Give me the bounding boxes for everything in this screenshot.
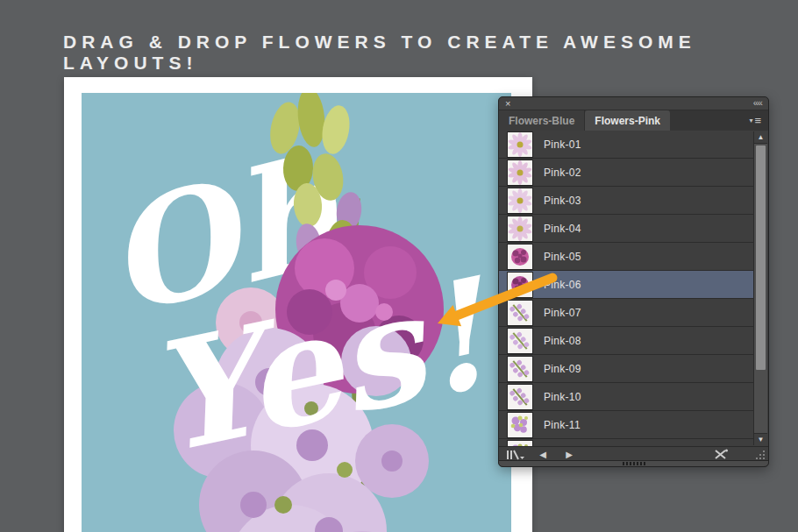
flower-thumbnail	[508, 329, 532, 353]
flowers-panel: × «« Flowers-Blue Flowers-Pink ▾ ≡ Pink-…	[498, 96, 769, 467]
scrollbar[interactable]: ▲ ▼	[753, 131, 767, 445]
list-item[interactable]: Pink-08	[499, 327, 753, 355]
list-item[interactable]: Pink-04	[499, 215, 753, 243]
flower-thumbnail	[508, 301, 532, 325]
poster-artboard: Oh	[82, 93, 511, 532]
list-item[interactable]: Pink-10	[499, 383, 753, 411]
flower-thumbnail	[508, 132, 532, 157]
collapse-panel-icon[interactable]: ««	[753, 97, 762, 109]
list-item[interactable]: Pink-03	[499, 187, 753, 215]
tab-flowers-blue[interactable]: Flowers-Blue	[499, 110, 585, 131]
scrollbar-thumb[interactable]	[756, 145, 766, 370]
list-item[interactable]: Pink-07	[499, 299, 753, 327]
display-options-icon[interactable]	[504, 448, 527, 461]
list-item-label: Pink-02	[544, 167, 581, 179]
delete-icon[interactable]	[712, 448, 730, 461]
panel-menu-icon[interactable]: ▾ ≡	[742, 110, 768, 131]
panel-titlebar[interactable]: × ««	[499, 97, 768, 110]
poster-mockup: Oh	[64, 77, 532, 532]
list-item[interactable]: Pink-01	[499, 131, 753, 159]
list-item[interactable]: Pink-06	[499, 271, 753, 299]
list-item-label: Pink-11	[544, 419, 581, 431]
list-item[interactable]: Pink-02	[499, 159, 753, 187]
flower-thumbnail	[508, 245, 532, 269]
resize-grip-icon[interactable]	[754, 449, 766, 461]
menu-triangle-icon: ▾	[749, 117, 752, 124]
flower-thumbnail	[508, 273, 532, 297]
scroll-up-button[interactable]: ▲	[754, 131, 767, 144]
screenshot-stage: DRAG & DROP FLOWERS TO CREATE AWESOME LA…	[0, 0, 798, 532]
flower-list-rows: Pink-01Pink-02Pink-03Pink-04Pink-05Pink-…	[499, 131, 753, 446]
list-item[interactable]: Pink-09	[499, 355, 753, 383]
list-item[interactable]: Pink-12	[499, 439, 753, 446]
headline: DRAG & DROP FLOWERS TO CREATE AWESOME LA…	[63, 32, 765, 74]
list-item-label: Pink-06	[544, 279, 581, 291]
panel-tabbar: Flowers-Blue Flowers-Pink ▾ ≡	[499, 110, 768, 131]
menu-lines-icon: ≡	[754, 114, 761, 127]
flower-thumbnail	[508, 385, 532, 409]
flower-thumbnail	[508, 188, 532, 213]
flower-list: Pink-01Pink-02Pink-03Pink-04Pink-05Pink-…	[499, 131, 768, 446]
list-item-label: Pink-05	[544, 251, 581, 263]
list-item-label: Pink-08	[544, 335, 581, 347]
flower-thumbnail	[508, 413, 532, 437]
list-item[interactable]: Pink-05	[499, 243, 753, 271]
flower-thumbnail	[508, 357, 532, 381]
list-item-label: Pink-03	[544, 195, 581, 207]
list-item-label: Pink-04	[544, 223, 581, 235]
flower-thumbnail	[508, 216, 532, 241]
scroll-down-button[interactable]: ▼	[754, 433, 767, 445]
tab-flowers-pink[interactable]: Flowers-Pink	[585, 110, 670, 131]
close-icon[interactable]: ×	[505, 97, 510, 110]
previous-button[interactable]: ◀	[534, 448, 552, 461]
list-item-label: Pink-07	[544, 307, 581, 319]
panel-bottom-bar[interactable]	[499, 460, 768, 466]
flower-thumbnail	[508, 160, 532, 185]
list-item[interactable]: Pink-11	[499, 411, 753, 439]
next-button[interactable]: ▶	[560, 448, 578, 461]
list-item-label: Pink-09	[544, 363, 581, 375]
drag-gripper-icon[interactable]	[623, 462, 645, 465]
list-item-label: Pink-01	[544, 138, 581, 151]
list-item-label: Pink-10	[544, 391, 581, 403]
